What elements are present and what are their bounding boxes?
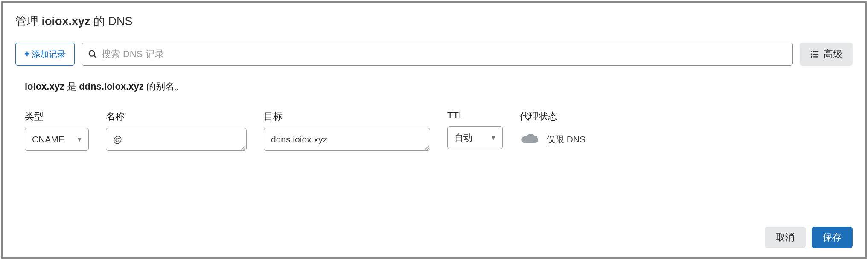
ttl-select[interactable]: 自动 ▼ (447, 126, 503, 149)
name-field: 名称 (106, 110, 247, 151)
add-record-label: 添加记录 (32, 49, 66, 60)
target-input[interactable] (264, 128, 430, 151)
svg-point-3 (811, 54, 812, 55)
target-field: 目标 (264, 110, 430, 151)
advanced-label: 高级 (824, 48, 842, 61)
cloud-icon (520, 133, 539, 145)
title-domain: ioiox.xyz (42, 15, 90, 28)
svg-line-1 (94, 55, 96, 58)
svg-point-4 (811, 56, 812, 58)
ttl-label: TTL (447, 110, 503, 121)
type-value: CNAME (32, 134, 64, 144)
type-field: 类型 CNAME ▼ (25, 110, 89, 151)
search-input[interactable] (102, 49, 786, 60)
alias-description: ioiox.xyz 是 ddns.ioiox.xyz 的别名。 (25, 80, 853, 93)
chevron-down-icon: ▼ (76, 136, 82, 143)
search-field[interactable] (82, 43, 793, 66)
proxy-status-toggle[interactable]: 仅限 DNS (520, 128, 585, 151)
record-form: 类型 CNAME ▼ 名称 目标 TTL 自动 ▼ (25, 110, 853, 151)
cancel-button[interactable]: 取消 (765, 227, 806, 248)
page-title: 管理 ioiox.xyz 的 DNS (15, 14, 853, 29)
svg-point-2 (811, 51, 812, 52)
alias-suffix: 的别名。 (144, 81, 184, 92)
svg-point-0 (89, 51, 95, 56)
type-select[interactable]: CNAME ▼ (25, 128, 89, 151)
list-icon (810, 49, 819, 59)
alias-mid: 是 (64, 81, 79, 92)
alias-domain: ioiox.xyz (25, 81, 64, 92)
plus-icon: + (24, 49, 30, 60)
advanced-button[interactable]: 高级 (800, 43, 853, 66)
name-input[interactable] (106, 128, 247, 151)
title-suffix: 的 DNS (90, 15, 133, 28)
ttl-value: 自动 (454, 132, 472, 144)
footer-actions: 取消 保存 (765, 227, 853, 248)
target-label: 目标 (264, 110, 430, 123)
alias-target: ddns.ioiox.xyz (79, 81, 144, 92)
toolbar: +添加记录 高级 (15, 43, 853, 66)
chevron-down-icon: ▼ (490, 134, 496, 141)
save-button[interactable]: 保存 (812, 227, 853, 248)
proxy-field: 代理状态 仅限 DNS (520, 110, 585, 151)
title-prefix: 管理 (15, 15, 42, 28)
search-icon (88, 49, 97, 59)
proxy-label: 代理状态 (520, 110, 585, 123)
dns-manage-panel: 管理 ioiox.xyz 的 DNS +添加记录 高级 ioi (1, 1, 867, 259)
proxy-value: 仅限 DNS (546, 133, 585, 145)
add-record-button[interactable]: +添加记录 (15, 43, 75, 66)
ttl-field: TTL 自动 ▼ (447, 110, 503, 149)
type-label: 类型 (25, 110, 89, 123)
name-label: 名称 (106, 110, 247, 123)
